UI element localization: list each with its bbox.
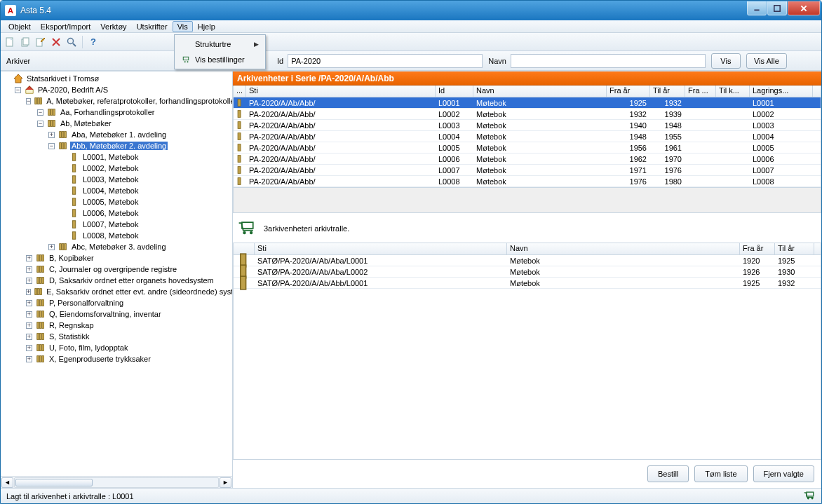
- tree-node[interactable]: −Aa, Forhandlingsprotokoller: [2, 107, 232, 118]
- menu-hjelp[interactable]: Hjelp: [193, 21, 220, 32]
- tree-node[interactable]: L0005, Møtebok: [2, 196, 232, 207]
- table-row[interactable]: PA-2020/A/Ab/Abb/L0007Møtebok19711976L00…: [234, 165, 821, 176]
- tree-toggle-icon[interactable]: +: [48, 244, 55, 250]
- col-header[interactable]: Navn: [473, 86, 607, 97]
- tree-hscrollbar[interactable]: ◄ ►: [1, 476, 232, 488]
- tree-node[interactable]: −PA-2020, Bedrift A/S: [2, 84, 232, 95]
- tree-node[interactable]: −Ab, Møtebøker: [2, 118, 232, 129]
- tree-node[interactable]: +Aba, Møtebøker 1. avdeling: [2, 129, 232, 140]
- status-cart-icon[interactable]: [803, 491, 816, 502]
- table-row[interactable]: PA-2020/A/Ab/Abb/L0008Møtebok19761980L00…: [234, 176, 821, 187]
- vis-button[interactable]: Vis: [711, 53, 741, 69]
- tree-node[interactable]: +P, Personalforvaltning: [2, 297, 232, 308]
- scroll-right-icon[interactable]: ►: [220, 477, 231, 488]
- search-icon[interactable]: [65, 36, 78, 48]
- tree-toggle-icon[interactable]: +: [26, 255, 32, 261]
- tree-node[interactable]: +Abc, Møtebøker 3. avdeling: [2, 241, 232, 252]
- col-header[interactable]: Sti: [255, 243, 507, 254]
- tree-toggle-icon[interactable]: +: [26, 345, 32, 351]
- new-doc-icon[interactable]: [4, 36, 16, 48]
- edit-doc-icon[interactable]: [34, 36, 47, 48]
- tree-node[interactable]: L0002, Møtebok: [2, 163, 232, 174]
- col-header[interactable]: Fra år: [740, 243, 775, 254]
- tree-node[interactable]: L0001, Møtebok: [2, 151, 232, 163]
- tree-node[interactable]: Statsarkivet i Tromsø: [2, 73, 232, 84]
- minimize-button[interactable]: [747, 1, 767, 15]
- cart-grid-header[interactable]: StiNavnFra årTil år: [234, 243, 821, 255]
- tree-node[interactable]: L0006, Møtebok: [2, 207, 232, 219]
- table-row[interactable]: PA-2020/A/Ab/Abb/L0006Møtebok19621970L00…: [234, 154, 821, 165]
- tree-node[interactable]: L0008, Møtebok: [2, 230, 232, 241]
- tree-node[interactable]: L0007, Møtebok: [2, 219, 232, 230]
- tree-node[interactable]: +C, Journaler og overgripende registre: [2, 264, 232, 275]
- table-row[interactable]: SATØ/PA-2020/A/Ab/Aba/L0002Møtebok192619…: [234, 266, 821, 278]
- tree-toggle-icon[interactable]: +: [26, 289, 31, 295]
- tree-node[interactable]: +R, Regnskap: [2, 320, 232, 331]
- tree-toggle-icon[interactable]: +: [26, 300, 32, 306]
- col-header[interactable]: Id: [436, 86, 473, 97]
- fjern-valgte-button[interactable]: Fjern valgte: [753, 465, 814, 482]
- menu-vis[interactable]: Vis: [173, 21, 193, 32]
- tree-toggle-icon[interactable]: +: [48, 132, 55, 138]
- cart-grid-body[interactable]: SATØ/PA-2020/A/Ab/Aba/L0001Møtebok192019…: [234, 255, 821, 459]
- tree-toggle-icon[interactable]: +: [26, 266, 32, 273]
- tree-toggle-icon[interactable]: −: [37, 109, 43, 116]
- table-row[interactable]: PA-2020/A/Ab/Abb/L0002Møtebok19321939L00…: [234, 109, 821, 120]
- tree-toggle-icon[interactable]: +: [26, 278, 32, 284]
- tree-toggle-icon[interactable]: +: [26, 334, 32, 340]
- tree-node[interactable]: +B, Kopibøker: [2, 252, 232, 264]
- menu-verktøy[interactable]: Verktøy: [95, 21, 131, 32]
- col-header[interactable]: Fra år: [607, 86, 650, 97]
- tree-node[interactable]: L0003, Møtebok: [2, 174, 232, 185]
- help-icon[interactable]: ?: [87, 36, 100, 48]
- tree-toggle-icon[interactable]: −: [26, 98, 31, 104]
- scroll-track[interactable]: [14, 477, 219, 488]
- menu-utskrifter[interactable]: Utskrifter: [132, 21, 173, 32]
- tree-toggle-icon[interactable]: −: [15, 87, 21, 93]
- col-header[interactable]: Til k...: [716, 86, 750, 97]
- tree-node[interactable]: −Abb, Møtebøker 2. avdeling: [2, 140, 232, 151]
- tree-node[interactable]: +U, Foto, film, lydopptak: [2, 342, 232, 353]
- tree[interactable]: Statsarkivet i Tromsø−PA-2020, Bedrift A…: [1, 71, 232, 476]
- menu-item-strukturtre[interactable]: Strukturtre▶: [176, 36, 264, 52]
- col-header[interactable]: Fra ...: [685, 86, 716, 97]
- col-header[interactable]: Til år: [775, 243, 814, 254]
- tree-node[interactable]: L0004, Møtebok: [2, 185, 232, 196]
- col-header[interactable]: Sti: [246, 86, 436, 97]
- col-header[interactable]: Lagrings...: [750, 86, 813, 97]
- tree-node[interactable]: +E, Saksarkiv ordnet etter evt. andre (s…: [2, 286, 232, 297]
- tree-toggle-icon[interactable]: −: [48, 143, 55, 149]
- tree-toggle-icon[interactable]: +: [26, 311, 32, 318]
- scroll-thumb[interactable]: [15, 479, 93, 486]
- close-button[interactable]: [788, 1, 820, 15]
- bestill-button[interactable]: Bestill: [647, 465, 689, 482]
- scroll-left-icon[interactable]: ◄: [1, 477, 13, 488]
- tree-node[interactable]: −A, Møtebøker, referatprotokoller, forha…: [2, 95, 232, 107]
- delete-icon[interactable]: [50, 36, 62, 48]
- col-header[interactable]: Navn: [507, 243, 740, 254]
- col-header[interactable]: Til år: [650, 86, 685, 97]
- tree-toggle-icon[interactable]: −: [37, 121, 43, 127]
- tree-toggle-icon[interactable]: +: [26, 322, 32, 329]
- copy-doc-icon[interactable]: [19, 36, 32, 48]
- menu-objekt[interactable]: Objekt: [4, 21, 36, 32]
- tree-toggle-icon[interactable]: +: [26, 356, 32, 362]
- table-row[interactable]: PA-2020/A/Ab/Abb/L0003Møtebok19401948L00…: [234, 120, 821, 131]
- table-row[interactable]: PA-2020/A/Ab/Abb/L0005Møtebok19561961L00…: [234, 142, 821, 154]
- menu-eksport/import[interactable]: Eksport/Import: [36, 21, 96, 32]
- vis-alle-button[interactable]: Vis Alle: [746, 53, 787, 69]
- col-header[interactable]: ...: [234, 86, 246, 97]
- tree-node[interactable]: +X, Egenproduserte trykksaker: [2, 353, 232, 365]
- table-row[interactable]: SATØ/PA-2020/A/Ab/Aba/L0001Møtebok192019…: [234, 255, 821, 266]
- maximize-button[interactable]: [767, 1, 787, 15]
- top-grid-header[interactable]: ...StiIdNavnFra årTil årFra ...Til k...L…: [234, 86, 821, 97]
- tree-node[interactable]: +D, Saksarkiv ordnet etter organets hove…: [2, 275, 232, 286]
- tree-node[interactable]: +S, Statistikk: [2, 331, 232, 342]
- top-grid-body[interactable]: PA-2020/A/Ab/Abb/L0001Møtebok19251932L00…: [234, 97, 821, 187]
- tree-node[interactable]: +Q, Eiendomsforvaltning, inventar: [2, 308, 232, 320]
- table-row[interactable]: PA-2020/A/Ab/Abb/L0001Møtebok19251932L00…: [234, 97, 821, 109]
- tom-liste-button[interactable]: Tøm liste: [694, 465, 747, 482]
- menu-item-vis-bestillinger[interactable]: Vis bestillinger: [176, 52, 264, 67]
- table-row[interactable]: SATØ/PA-2020/A/Ab/Abb/L0001Møtebok192519…: [234, 278, 821, 289]
- name-input[interactable]: [511, 54, 706, 68]
